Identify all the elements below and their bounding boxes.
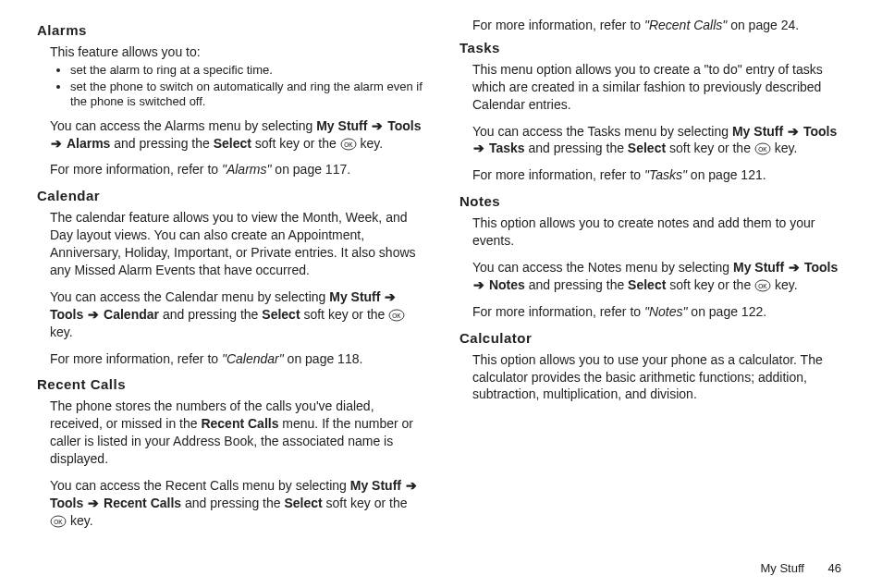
recent-access: You can access the Recent Calls menu by … bbox=[50, 477, 423, 530]
arrow-icon: ➔ bbox=[788, 259, 801, 276]
arrow-icon: ➔ bbox=[87, 495, 100, 512]
section-body-calendar: The calendar feature allows you to view … bbox=[37, 209, 423, 367]
notes-moreinfo: For more information, refer to "Notes" o… bbox=[472, 303, 845, 321]
ok-key-icon: OK bbox=[754, 142, 771, 155]
ok-key-icon: OK bbox=[754, 279, 771, 292]
calendar-access: You can access the Calendar menu by sele… bbox=[50, 288, 423, 341]
section-heading-calculator: Calculator bbox=[459, 330, 845, 346]
bullet-item: set the phone to switch on automatically… bbox=[70, 80, 423, 110]
tasks-moreinfo: For more information, refer to "Tasks" o… bbox=[472, 166, 845, 184]
section-body-calculator: This option allows you to use your phone… bbox=[459, 351, 845, 404]
svg-text:OK: OK bbox=[758, 282, 767, 288]
bullet-item: set the alarm to ring at a specific time… bbox=[70, 63, 423, 78]
svg-text:OK: OK bbox=[54, 518, 63, 524]
alarms-bullets: set the alarm to ring at a specific time… bbox=[50, 63, 423, 110]
section-body-alarms: This feature allows you to: set the alar… bbox=[37, 43, 423, 178]
section-heading-calendar: Calendar bbox=[37, 188, 423, 203]
arrow-icon: ➔ bbox=[472, 140, 485, 157]
two-column-layout: Alarms This feature allows you to: set t… bbox=[37, 17, 845, 534]
page-number: 46 bbox=[828, 561, 841, 575]
arrow-icon: ➔ bbox=[787, 123, 800, 141]
ok-key-icon: OK bbox=[50, 515, 67, 528]
arrow-icon: ➔ bbox=[405, 477, 418, 495]
svg-text:OK: OK bbox=[393, 312, 402, 318]
ok-key-icon: OK bbox=[340, 138, 357, 151]
manual-page: Alarms This feature allows you to: set t… bbox=[0, 0, 882, 588]
calendar-desc: The calendar feature allows you to view … bbox=[50, 209, 423, 279]
arrow-icon: ➔ bbox=[384, 288, 397, 306]
section-body-tasks: This menu option allows you to create a … bbox=[459, 61, 845, 184]
recent-desc: The phone stores the numbers of the call… bbox=[50, 398, 423, 468]
alarms-moreinfo: For more information, refer to "Alarms" … bbox=[50, 161, 423, 178]
svg-text:OK: OK bbox=[758, 146, 767, 153]
recent-moreinfo: For more information, refer to "Recent C… bbox=[472, 17, 845, 34]
alarms-intro: This feature allows you to: bbox=[50, 43, 423, 61]
ok-key-icon: OK bbox=[388, 309, 405, 322]
section-heading-recent-calls: Recent Calls bbox=[37, 376, 423, 392]
footer-section-label: My Stuff bbox=[760, 561, 803, 575]
svg-text:OK: OK bbox=[344, 141, 353, 147]
page-footer: My Stuff 46 bbox=[760, 561, 841, 575]
section-heading-tasks: Tasks bbox=[459, 40, 845, 55]
arrow-icon: ➔ bbox=[87, 306, 100, 324]
calculator-desc: This option allows you to use your phone… bbox=[472, 351, 845, 404]
calendar-moreinfo: For more information, refer to "Calendar… bbox=[50, 350, 423, 368]
alarms-access: You can access the Alarms menu by select… bbox=[50, 117, 423, 153]
section-body-notes: This option allows you to create notes a… bbox=[459, 214, 845, 320]
section-heading-alarms: Alarms bbox=[37, 22, 423, 38]
tasks-desc: This menu option allows you to create a … bbox=[472, 61, 845, 114]
tasks-access: You can access the Tasks menu by selecti… bbox=[472, 123, 845, 158]
section-heading-notes: Notes bbox=[459, 193, 845, 209]
arrow-icon: ➔ bbox=[50, 135, 63, 153]
arrow-icon: ➔ bbox=[472, 276, 485, 294]
arrow-icon: ➔ bbox=[371, 117, 384, 135]
notes-desc: This option allows you to create notes a… bbox=[472, 214, 845, 250]
notes-access: You can access the Notes menu by selecti… bbox=[472, 259, 845, 294]
